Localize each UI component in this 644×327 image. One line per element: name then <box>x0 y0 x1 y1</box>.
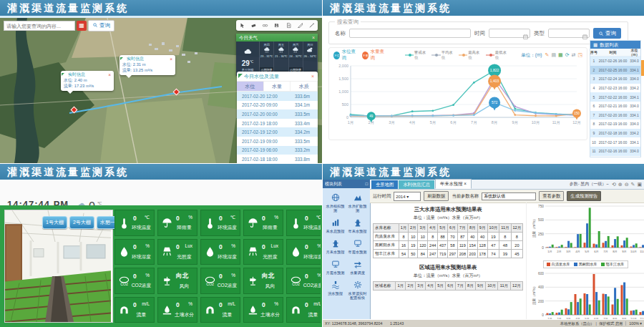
tile-value: 向北 <box>262 272 274 280</box>
popup-fold-icon <box>62 73 64 76</box>
query-search-button[interactable]: 查询 <box>593 28 621 39</box>
data-list-row[interactable]: 72017-02-20 16:00334.1 <box>590 111 640 120</box>
data-list-row[interactable]: 22017-02-25 16:00334.1 <box>590 66 640 75</box>
table-row[interactable]: 2017-02-19 09:00333.5m <box>237 137 318 146</box>
edit-icon[interactable]: ✎ <box>545 52 550 58</box>
region-forecast-table: 区域名称1月2月3月4月5月6月7月8月9月10月11月12月 <box>373 281 523 291</box>
save-icon[interactable] <box>273 22 280 29</box>
tab-tool-icon[interactable]: ⊖ <box>625 182 629 187</box>
sidebar-item-年需水预测[interactable]: 年需水预测 <box>346 238 369 254</box>
water-level-panel-close-icon[interactable]: × <box>311 74 314 79</box>
table-row[interactable]: 2017-02-20 12:00333.6m <box>237 92 318 101</box>
view-param-button[interactable]: 查看参数 <box>539 191 564 201</box>
svg-text:2,000: 2,000 <box>338 64 348 68</box>
level-tab-水质[interactable]: 水质 <box>291 82 318 91</box>
greenhouse-button-1号大棚[interactable]: 1号大棚 <box>42 216 67 229</box>
tab-tool-icon[interactable]: ⊕ <box>618 182 623 187</box>
clear-marker-icon[interactable]: ▦ <box>77 21 87 31</box>
cloudrain-icon <box>292 47 299 54</box>
sidebar-item-水质扩散预测[interactable]: 水质扩散预测 <box>346 192 369 213</box>
level-tab-水量[interactable]: 水量 <box>264 82 291 91</box>
calendar-icon[interactable] <box>582 30 588 43</box>
window-tab-2[interactable]: 年来水预报 × <box>435 179 472 189</box>
collapse-icon[interactable]: □ <box>365 180 368 188</box>
sensor-tile-CO2浓度: CO20%CO2浓度 <box>286 268 321 294</box>
sidebar-item-年来水预报[interactable]: 年来水预报 <box>346 218 369 233</box>
sidebar-item-月来水预报[interactable]: 月来水预报 <box>324 238 346 254</box>
field-label-1: 时间 <box>474 30 485 37</box>
tile-label: 流量 <box>303 311 321 318</box>
eraser-icon[interactable] <box>250 22 257 29</box>
param-input[interactable] <box>482 192 536 200</box>
calendar-icon[interactable] <box>522 30 529 43</box>
bar-chart-0: 7505002500流量（m³/s）1月2月3月4月5月6月7月8月9月10月1… <box>528 203 643 268</box>
legend-item[interactable]: 最高水位 <box>459 50 482 60</box>
window-tab-1[interactable]: 水利信息汇总 <box>399 180 434 189</box>
link-icon[interactable] <box>262 22 268 29</box>
data-list-row[interactable]: 82017-02-19 16:00334.0 <box>590 119 640 129</box>
tile-readout: 向北风向 <box>260 270 280 292</box>
data-list-row[interactable]: 52017-02-22 16:00334.1 <box>590 92 640 102</box>
sidebar-item-洪水预报[interactable]: 洪水预报 <box>324 280 346 300</box>
clock-strip: 14:47:44 PM 星期日 2018 年 05 月 20 日 0 ℃晴 <box>0 180 322 205</box>
table-row[interactable]: 2017-02-18 18:00333.8m <box>237 155 318 163</box>
data-list-row[interactable]: 102017-02-17 16:00334.1 <box>590 137 640 147</box>
step-selector[interactable]: 参数- 昆内（一级）~ <box>570 181 609 187</box>
runtime-select[interactable]: 2014 ▾ <box>394 192 421 201</box>
weather-close-icon[interactable]: × <box>312 34 315 42</box>
tile-label: 环境湿度 <box>217 253 238 260</box>
popup-close-icon[interactable]: × <box>170 57 172 62</box>
chart-unit-label: 单位：(m) <box>521 52 542 59</box>
data-list-row[interactable]: 42017-02-23 16:00334.2 <box>590 84 640 93</box>
fullscreen-icon[interactable]: ◳ <box>577 52 582 58</box>
data-list-row[interactable]: 32017-02-24 16:00334.0 <box>590 74 640 84</box>
popup-close-icon[interactable]: × <box>108 72 111 77</box>
refresh-data-button[interactable]: 刷新数据 <box>424 191 449 201</box>
sidebar-item-月需水预测[interactable]: 月需水预测 <box>324 259 346 275</box>
cell: 9 <box>590 131 597 135</box>
legend-item[interactable]: 最低水位 <box>486 50 509 60</box>
legend-item[interactable]: 警戒水位 <box>405 50 428 60</box>
doc-icon[interactable] <box>286 22 292 29</box>
window-tab-0[interactable]: 全景地图 <box>371 180 398 189</box>
table-row[interactable]: 2017-02-20 09:00334.1m <box>237 101 318 110</box>
tab-tool-icon[interactable]: ✎ <box>631 182 635 187</box>
table-row[interactable]: 2017-02-20 00:00333.5m <box>237 109 318 119</box>
zoom-level[interactable]: 100% ▾ <box>625 321 642 326</box>
row-value: 333.5m <box>295 139 318 144</box>
level-tab-水位[interactable]: 水位 <box>237 82 264 91</box>
popup-header: 实时信息× <box>122 56 172 62</box>
table-view-icon[interactable]: ▤ <box>551 52 556 58</box>
sensor-tile-土壤水分: 0%土壤水分 <box>157 297 197 323</box>
map-search-input[interactable] <box>4 21 75 31</box>
refresh-icon[interactable]: ⟳ <box>565 52 570 58</box>
switch-icon[interactable]: ⇄ <box>572 52 576 58</box>
svg-text:600: 600 <box>538 272 544 275</box>
sidebar-item-来水总预报[interactable]: 来水总预报 <box>324 218 346 233</box>
tile-readout: 0%降雨量 <box>260 212 280 234</box>
grid-view-icon[interactable]: ▦ <box>558 52 563 58</box>
table-row[interactable]: 2017-02-19 18:00333.4m <box>237 119 318 128</box>
generate-report-button[interactable]: 生成预测报告 <box>567 191 601 201</box>
tab-tool-icon[interactable]: ▣ <box>637 182 642 187</box>
pointer-icon[interactable] <box>239 22 245 29</box>
data-list-row[interactable]: 12017-02-26 16:00334.0 <box>590 57 640 66</box>
pen-icon[interactable] <box>308 22 315 29</box>
table-row[interactable]: 2017-02-19 06:00333.2m <box>237 146 318 155</box>
table-row[interactable]: 2017-02-19 12:00334.2m <box>237 127 318 137</box>
field-input-0[interactable] <box>349 29 471 38</box>
search-fields-row: 名称时间类型查询 <box>329 22 628 39</box>
legend-item[interactable]: 平均水位 <box>431 50 454 60</box>
data-list-row[interactable]: 112017-02-16 16:00334.0 <box>590 147 640 156</box>
ruler-icon[interactable] <box>297 22 303 29</box>
greenhouse-button-2号大棚[interactable]: 2号大棚 <box>69 216 94 229</box>
sidebar-item-水质模拟预测[interactable]: 水质模拟预测 <box>324 192 346 213</box>
data-list-row[interactable]: 62017-02-21 16:00334.0 <box>590 102 640 111</box>
sidebar-item-水量调度[interactable]: 水量调度 <box>346 259 369 275</box>
data-list-row[interactable]: 92017-02-18 16:00334.2 <box>590 129 640 138</box>
sidebar-item-水资源实时配置模块[interactable]: 水资源实时配置模块 <box>346 280 369 300</box>
tab-tool-icon[interactable]: ⟲ <box>612 182 616 187</box>
map-search-button[interactable]: 查询 <box>88 20 114 31</box>
tile-value: 0 <box>133 273 137 280</box>
cell: 2017-02-25 16:00 <box>597 68 628 72</box>
